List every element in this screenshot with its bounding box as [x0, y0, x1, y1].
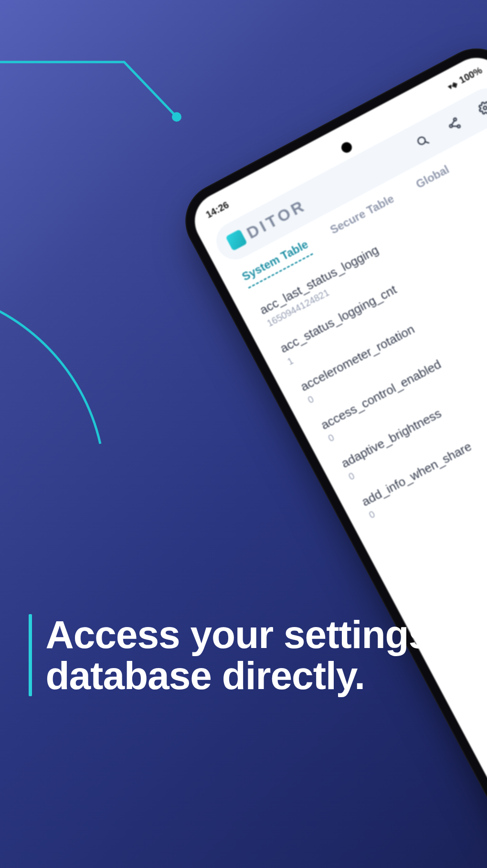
accent-bar — [29, 614, 32, 696]
phone-screen: 14:26 ▾◈ 100% DITOR — [185, 48, 487, 858]
phone-mockup: 14:26 ▾◈ 100% DITOR — [172, 35, 487, 868]
svg-line-7 — [453, 124, 457, 128]
svg-point-0 — [172, 112, 181, 122]
caption-text: Access your settings database directly. — [45, 614, 487, 696]
svg-point-1 — [417, 136, 427, 146]
promo-caption: Access your settings database directly. — [29, 614, 487, 696]
svg-point-8 — [483, 105, 487, 110]
status-wifi-icon: ▾◈ — [445, 78, 459, 92]
phone-frame: 14:26 ▾◈ 100% DITOR — [172, 35, 487, 868]
app-logo-icon — [225, 229, 247, 251]
status-battery: 100% — [457, 64, 484, 85]
status-time: 14:26 — [204, 199, 231, 220]
share-icon[interactable] — [443, 114, 465, 136]
gear-icon[interactable] — [474, 97, 487, 119]
search-icon[interactable] — [412, 130, 434, 152]
